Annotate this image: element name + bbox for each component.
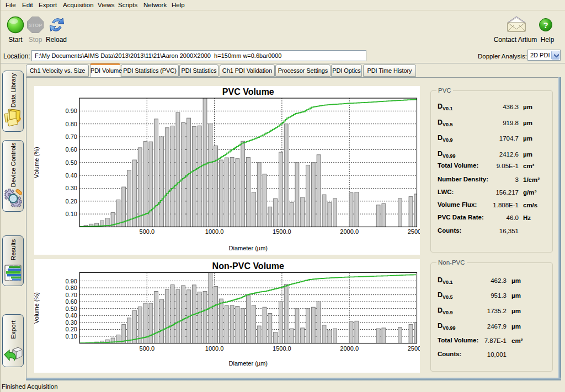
svg-text:0.40: 0.40 <box>66 172 77 179</box>
svg-text:0.30: 0.30 <box>66 319 77 326</box>
svg-text:2500.0: 2500.0 <box>408 345 420 352</box>
svg-text:0.10: 0.10 <box>66 211 77 217</box>
svg-text:0.90: 0.90 <box>66 108 77 114</box>
svg-text:0.70: 0.70 <box>66 133 77 140</box>
svg-text:?: ? <box>543 20 548 30</box>
svg-text:Volume (%): Volume (%) <box>34 147 40 178</box>
svg-text:0.80: 0.80 <box>66 121 77 127</box>
svg-text:PVC Volume: PVC Volume <box>222 87 274 96</box>
svg-text:1000.0: 1000.0 <box>205 345 224 352</box>
svg-text:2000.0: 2000.0 <box>340 345 359 352</box>
svg-text:0.50: 0.50 <box>66 305 77 312</box>
svg-text:0.70: 0.70 <box>66 292 77 298</box>
svg-text:Diameter (µm): Diameter (µm) <box>229 245 268 251</box>
svg-text:0.30: 0.30 <box>66 185 77 191</box>
svg-text:1500.0: 1500.0 <box>273 228 291 235</box>
svg-text:1000.0: 1000.0 <box>205 228 224 235</box>
svg-text:Non-PVC Volume: Non-PVC Volume <box>212 261 284 271</box>
svg-text:500.0: 500.0 <box>140 345 155 352</box>
svg-text:0.10: 0.10 <box>66 333 77 340</box>
svg-text:STOP: STOP <box>29 23 42 28</box>
svg-text:2500.0: 2500.0 <box>408 228 420 235</box>
svg-text:0.20: 0.20 <box>66 326 77 332</box>
svg-text:0.60: 0.60 <box>66 146 77 153</box>
svg-text:0.80: 0.80 <box>66 284 77 291</box>
svg-text:Volume (%): Volume (%) <box>34 292 40 324</box>
svg-text:0.60: 0.60 <box>66 298 77 305</box>
svg-text:2000.0: 2000.0 <box>340 228 359 235</box>
svg-text:0.50: 0.50 <box>66 159 77 166</box>
svg-text:1500.0: 1500.0 <box>273 345 291 352</box>
svg-text:Diameter (µm): Diameter (µm) <box>229 360 268 367</box>
svg-text:500.0: 500.0 <box>140 228 155 235</box>
svg-text:0.90: 0.90 <box>66 278 77 284</box>
svg-text:0.20: 0.20 <box>66 198 77 205</box>
svg-text:0.40: 0.40 <box>66 312 77 319</box>
